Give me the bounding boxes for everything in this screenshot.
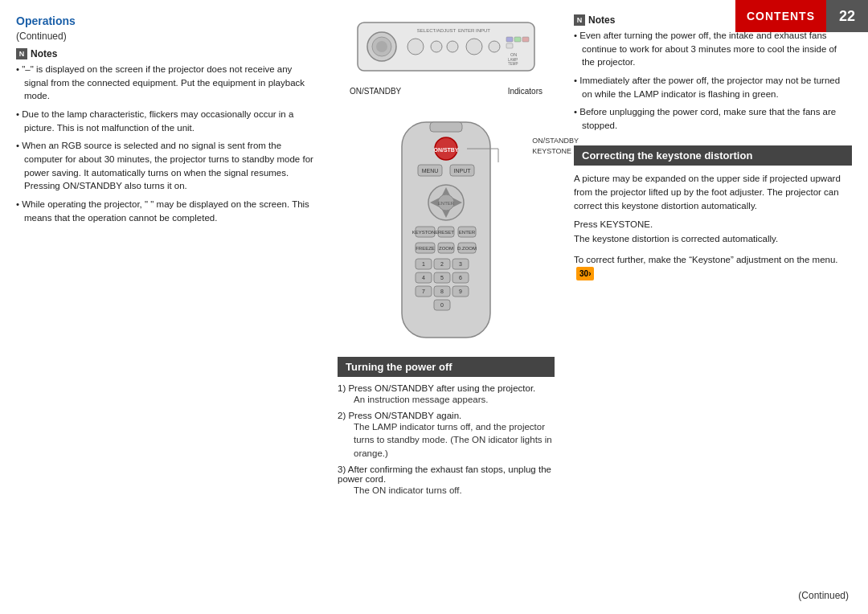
page-ref-number: 30 xyxy=(579,268,588,280)
remote-svg: ON/STBY MENU INPUT ENTER xyxy=(382,118,510,343)
svg-text:8: 8 xyxy=(440,289,444,294)
notes-label-right: Notes xyxy=(588,14,615,26)
right-note-3: Before unplugging the power cord, make s… xyxy=(574,105,852,132)
left-column: Operations (Continued) N Notes "–" is di… xyxy=(16,14,330,600)
right-note-1: Even after turning the power off, the in… xyxy=(574,29,852,69)
projector-diagram: SELECT/ADJUST ENTER INPUT ON LAMP TEMP O… xyxy=(350,14,542,107)
power-off-steps: 1) Press ON/STANDBY after using the proj… xyxy=(338,383,555,497)
svg-text:7: 7 xyxy=(422,289,425,294)
svg-text:9: 9 xyxy=(459,289,462,294)
svg-text:FREEZE: FREEZE xyxy=(416,246,435,251)
svg-text:ENTER: ENTER xyxy=(438,201,455,206)
svg-text:D.ZOOM: D.ZOOM xyxy=(457,246,477,251)
svg-point-3 xyxy=(376,41,387,52)
svg-text:ON: ON xyxy=(510,52,517,57)
svg-text:5: 5 xyxy=(440,275,444,280)
note-item-4: While operating the projector, " " may b… xyxy=(16,198,313,224)
svg-text:ENTER   INPUT: ENTER INPUT xyxy=(458,28,490,33)
page-ref-arrow: › xyxy=(588,268,591,280)
notes-label-left: Notes xyxy=(31,48,57,59)
notes-icon-right: N xyxy=(574,14,585,26)
page-body: Operations (Continued) N Notes "–" is di… xyxy=(0,0,868,614)
step-3-num: 3) xyxy=(338,465,348,474)
notes-list-right: Even after turning the power off, the in… xyxy=(574,29,852,133)
notes-list-left: "–" is displayed on the screen if the pr… xyxy=(16,63,313,224)
svg-point-8 xyxy=(489,41,500,52)
step-1-text: Press ON/STANDBY after using the project… xyxy=(348,383,535,393)
right-notes-box: N Notes Even after turning the power off… xyxy=(574,14,852,133)
keystone-body: A picture may be expanded on the upper s… xyxy=(574,172,852,214)
svg-text:SELECT/ADJUST: SELECT/ADJUST xyxy=(417,28,457,33)
svg-text:ZOOM: ZOOM xyxy=(439,246,453,251)
step-3: 3) After confirming the exhaust fan stop… xyxy=(338,465,555,497)
keystone-sub2-text: To correct further, make the “Keystone” … xyxy=(574,255,838,264)
press-keystone: Press KEYSTONE. xyxy=(574,219,852,229)
note-item-1: "–" is displayed on the screen if the pr… xyxy=(16,63,313,103)
on-standby-keystone-label: ON/STANDBY KEYSTONE xyxy=(532,136,579,156)
svg-text:MENU: MENU xyxy=(422,168,439,174)
indicators-label: Indicators xyxy=(508,87,542,96)
svg-rect-12 xyxy=(506,43,513,48)
notes-header-right: N Notes xyxy=(574,14,852,26)
remote-diagram: ON/STBY MENU INPUT ENTER xyxy=(382,118,510,346)
step-3-text: After confirming the exhaust fan stops, … xyxy=(338,465,551,484)
svg-text:0: 0 xyxy=(440,302,444,308)
right-column: N Notes Even after turning the power off… xyxy=(563,14,852,600)
step-1-sub: An instruction message appears. xyxy=(338,393,555,407)
svg-rect-11 xyxy=(522,37,529,42)
step-2-num: 2) xyxy=(338,411,348,420)
step-3-sub: The ON indicator turns off. xyxy=(338,484,555,497)
on-standby-keystone-text: ON/STANDBY KEYSTONE xyxy=(532,137,579,155)
svg-text:INPUT: INPUT xyxy=(454,168,472,174)
right-note-2: Immediately after the power off, the pro… xyxy=(574,74,852,100)
svg-text:4: 4 xyxy=(422,275,425,280)
svg-text:ON/STBY: ON/STBY xyxy=(433,147,458,153)
note-item-3: When an RGB source is selected and no si… xyxy=(16,139,313,193)
svg-text:2: 2 xyxy=(440,261,444,267)
step-2-text: Press ON/STANDBY again. xyxy=(348,411,461,420)
indicator-labels: ON/STANDBY Indicators xyxy=(350,87,542,96)
svg-point-7 xyxy=(466,39,482,55)
operations-title: Operations xyxy=(16,14,313,27)
notes-header-left: N Notes xyxy=(16,48,313,59)
page-ref-badge[interactable]: 30› xyxy=(576,267,594,280)
svg-text:3: 3 xyxy=(459,261,462,267)
svg-text:RESET: RESET xyxy=(438,230,454,235)
power-off-section: Turning the power off 1) Press ON/STANDB… xyxy=(338,357,555,501)
center-column: SELECT/ADJUST ENTER INPUT ON LAMP TEMP O… xyxy=(330,14,563,600)
step-2-sub: The LAMP indicator turns off, and the pr… xyxy=(338,420,555,460)
svg-text:KEYSTONE: KEYSTONE xyxy=(412,230,439,235)
power-off-title: Turning the power off xyxy=(338,357,555,377)
svg-rect-19 xyxy=(430,122,462,132)
svg-point-6 xyxy=(447,41,458,52)
svg-point-4 xyxy=(407,39,424,55)
keystone-sub1: The keystone distortion is corrected aut… xyxy=(574,232,852,246)
svg-text:TEMP: TEMP xyxy=(508,62,518,66)
notes-icon-left: N xyxy=(16,48,27,59)
keystone-sub2: To correct further, make the “Keystone” … xyxy=(574,253,852,281)
svg-rect-9 xyxy=(506,37,513,42)
projector-top-svg: SELECT/ADJUST ENTER INPUT ON LAMP TEMP xyxy=(350,14,542,87)
continued-label: (Continued) xyxy=(16,31,313,42)
svg-text:1: 1 xyxy=(422,261,425,267)
step-1: 1) Press ON/STANDBY after using the proj… xyxy=(338,383,555,407)
step-2: 2) Press ON/STANDBY again. The LAMP indi… xyxy=(338,411,555,460)
svg-text:ENTER: ENTER xyxy=(459,230,476,235)
footer-continued: (Continued) xyxy=(798,590,849,601)
on-standby-label: ON/STANDBY xyxy=(350,87,401,96)
svg-point-5 xyxy=(431,41,442,52)
keystone-title: Correcting the keystone distortion xyxy=(574,145,852,166)
step-1-num: 1) xyxy=(338,383,348,393)
svg-text:6: 6 xyxy=(459,275,462,280)
svg-rect-10 xyxy=(514,37,521,42)
note-item-2: Due to the lamp characteristic, flickers… xyxy=(16,108,313,134)
